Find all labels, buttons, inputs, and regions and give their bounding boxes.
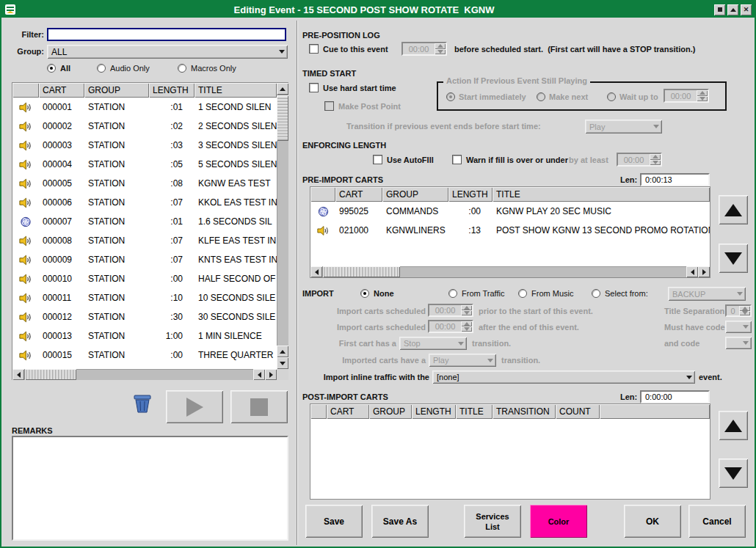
- spin-up-icon[interactable]: [697, 90, 708, 96]
- by-at-least-spinner[interactable]: 00:00: [617, 153, 662, 167]
- cart-row[interactable]: 000015 STATION :00 THREE QUARTER: [12, 346, 277, 365]
- radio-make-next[interactable]: [537, 92, 545, 101]
- pre-import-move-up-button[interactable]: [719, 195, 748, 224]
- header-length[interactable]: LENGTH: [412, 404, 456, 419]
- radio-audio-only[interactable]: [97, 64, 106, 73]
- must-have-code-select[interactable]: [725, 321, 752, 333]
- radio-start-immediately[interactable]: [446, 92, 455, 101]
- pre-import-move-down-button[interactable]: [719, 244, 748, 273]
- cart-row[interactable]: 000008 STATION :07 KLFE EAS TEST IN: [12, 231, 277, 250]
- play-button[interactable]: [166, 390, 223, 423]
- imported-carts-transition-select[interactable]: Play: [429, 354, 496, 367]
- post-import-body[interactable]: [310, 419, 710, 499]
- spin-down-icon[interactable]: [461, 310, 472, 315]
- radio-import-none[interactable]: [360, 289, 369, 298]
- header-title[interactable]: TITLE: [456, 404, 493, 419]
- horizontal-scroll-thumb[interactable]: [25, 369, 76, 380]
- post-import-move-down-button[interactable]: [719, 459, 748, 488]
- pre-import-row[interactable]: 021000 KGNWLINERS :13 POST SHOW KGNW 13 …: [310, 221, 710, 240]
- make-post-point-checkbox[interactable]: [324, 101, 334, 111]
- header-title[interactable]: TITLE: [195, 83, 277, 98]
- radio-from-music[interactable]: [518, 289, 527, 298]
- hard-start-checkbox[interactable]: [309, 83, 319, 92]
- header-icon-col[interactable]: [310, 404, 327, 419]
- cart-row[interactable]: 000006 STATION :07 KKOL EAS TEST IN: [12, 193, 277, 212]
- cart-row[interactable]: 000007 STATION :01 1.6 SECONDS SIL: [12, 212, 277, 231]
- title-separation-spinner[interactable]: 0: [725, 304, 752, 317]
- spin-up-icon[interactable]: [435, 43, 446, 49]
- header-icon-col[interactable]: [310, 187, 335, 202]
- spin-down-icon[interactable]: [739, 311, 750, 316]
- header-transition[interactable]: TRANSITION: [493, 404, 556, 419]
- header-group[interactable]: GROUP: [382, 187, 448, 202]
- remarks-input[interactable]: [12, 436, 288, 541]
- spin-up-icon[interactable]: [461, 321, 472, 326]
- cart-row[interactable]: 000002 STATION :02 2 SECONDS SILEN: [12, 117, 277, 136]
- sched-after-spinner[interactable]: 00:00: [428, 320, 473, 333]
- scroll-up2-button[interactable]: [277, 346, 288, 357]
- cart-list-body[interactable]: 000001 STATION :01 1 SECOND SILEN 000002…: [12, 98, 277, 369]
- wait-time-spinner[interactable]: 00:00: [664, 89, 709, 103]
- cart-row[interactable]: 000012 STATION :30 30 SECONDS SILE: [12, 307, 277, 326]
- inline-traffic-select[interactable]: [none]: [432, 370, 695, 384]
- group-select[interactable]: ALL: [47, 45, 288, 59]
- radio-all[interactable]: [47, 64, 56, 73]
- pre-import-row[interactable]: 995025 COMMANDS :00 KGNW PLAY 20 SEC MUS…: [310, 202, 710, 221]
- close-button[interactable]: ✕: [741, 4, 752, 15]
- maximize-button[interactable]: [727, 4, 738, 15]
- radio-wait-up-to[interactable]: [607, 92, 616, 101]
- header-group[interactable]: GROUP: [84, 83, 149, 98]
- color-button[interactable]: Color: [530, 505, 587, 538]
- cancel-button[interactable]: Cancel: [688, 505, 746, 538]
- autofill-checkbox[interactable]: [373, 155, 382, 164]
- first-cart-transition-select[interactable]: Stop: [399, 337, 467, 350]
- radio-select-from[interactable]: [592, 289, 600, 298]
- header-cart[interactable]: CART: [335, 187, 382, 202]
- horizontal-scroll-thumb[interactable]: [323, 266, 400, 277]
- header-length[interactable]: LENGTH: [448, 187, 493, 202]
- cue-time-spinner[interactable]: 00:00: [401, 42, 447, 56]
- ok-button[interactable]: OK: [624, 505, 681, 538]
- spin-up-icon[interactable]: [650, 154, 661, 160]
- scroll-right-button[interactable]: [698, 266, 710, 277]
- save-button[interactable]: Save: [305, 505, 363, 538]
- scroll-right-button[interactable]: [265, 369, 277, 380]
- header-length[interactable]: LENGTH: [149, 83, 195, 98]
- sched-prior-spinner[interactable]: 00:00: [428, 304, 473, 317]
- vertical-scroll-thumb[interactable]: [277, 95, 288, 141]
- cart-row[interactable]: 000013 STATION 1:00 1 MIN SILENCE: [12, 326, 277, 346]
- cart-row[interactable]: 000004 STATION :05 5 SECONDS SILEN: [12, 155, 277, 174]
- radio-macros-only[interactable]: [178, 64, 186, 73]
- stop-button[interactable]: [230, 390, 288, 423]
- scroll-left2-button[interactable]: [686, 266, 698, 277]
- services-list-button[interactable]: Services List: [464, 505, 521, 538]
- header-title[interactable]: TITLE: [493, 187, 710, 202]
- pre-import-body[interactable]: 995025 COMMANDS :00 KGNW PLAY 20 SEC MUS…: [310, 202, 710, 266]
- spin-down-icon[interactable]: [461, 326, 472, 332]
- cart-row[interactable]: 000003 STATION :03 3 SECONDS SILEN: [12, 136, 277, 155]
- cart-row[interactable]: 000010 STATION :00 HALF SECOND OF: [12, 269, 277, 288]
- save-as-button[interactable]: Save As: [371, 505, 429, 538]
- header-count[interactable]: COUNT: [556, 404, 600, 419]
- select-from-select[interactable]: BACKUP: [668, 287, 746, 301]
- and-code-select[interactable]: [725, 337, 752, 349]
- warn-fill-checkbox[interactable]: [452, 155, 462, 164]
- spin-down-icon[interactable]: [650, 160, 661, 166]
- spin-down-icon[interactable]: [697, 96, 708, 102]
- header-cart[interactable]: CART: [39, 83, 84, 98]
- cart-row[interactable]: 000001 STATION :01 1 SECOND SILEN: [12, 98, 277, 117]
- minimize-button[interactable]: [714, 4, 725, 15]
- header-cart[interactable]: CART: [327, 404, 369, 419]
- cart-row[interactable]: 000009 STATION :07 KNTS EAS TEST IN: [12, 250, 277, 269]
- header-group[interactable]: GROUP: [369, 404, 412, 419]
- cue-to-event-checkbox[interactable]: [309, 44, 319, 54]
- spin-up-icon[interactable]: [461, 305, 472, 310]
- scroll-left-button[interactable]: [12, 369, 24, 380]
- scroll-up-button[interactable]: [277, 83, 288, 95]
- radio-from-traffic[interactable]: [448, 289, 457, 298]
- cart-row[interactable]: 000005 STATION :08 KGNW EAS TEST: [12, 174, 277, 193]
- scroll-left2-button[interactable]: [253, 369, 265, 380]
- titlebar[interactable]: Editing Event - 15 SECOND POST SHOW ROTA…: [1, 1, 755, 18]
- filter-input[interactable]: [47, 28, 286, 41]
- scroll-left-button[interactable]: [310, 266, 322, 277]
